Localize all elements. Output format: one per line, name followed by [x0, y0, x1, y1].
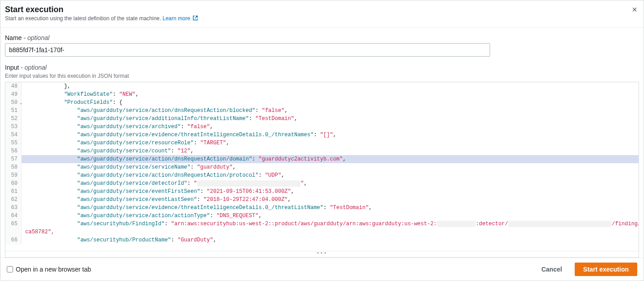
gutter-line-number: 60	[5, 179, 22, 187]
gutter-line-number: 56	[5, 147, 22, 155]
learn-more-link[interactable]: Learn more	[162, 15, 198, 22]
code-line[interactable]: 60 "aws/guardduty/service/detectorId": "…	[5, 179, 639, 187]
code-line[interactable]: 63 "aws/guardduty/service/evidence/threa…	[5, 204, 639, 212]
code-line[interactable]: 54 "aws/guardduty/service/evidence/threa…	[5, 131, 639, 139]
code-content[interactable]: "aws/guardduty/service/evidence/threatIn…	[22, 131, 639, 139]
code-content[interactable]: "WorkflowState": "NEW",	[22, 90, 639, 98]
input-label: Input - optional	[5, 64, 639, 71]
code-scroll-area[interactable]: 48 },49 "WorkflowState": "NEW",50▾ "Prod…	[5, 82, 639, 251]
code-line[interactable]: 48 },	[5, 82, 639, 90]
external-link-icon	[193, 15, 198, 22]
code-content[interactable]: "aws/securityhub/FindingId": "arn:aws:se…	[22, 220, 639, 228]
json-code-editor[interactable]: 48 },49 "WorkflowState": "NEW",50▾ "Prod…	[5, 82, 639, 258]
gutter-line-number: 59	[5, 171, 22, 179]
code-line[interactable]: 65 "aws/securityhub/FindingId": "arn:aws…	[5, 220, 639, 228]
start-execution-modal: Start execution Start an execution using…	[0, 0, 644, 281]
close-button[interactable]: ×	[632, 5, 637, 14]
code-line[interactable]: 53 "aws/guardduty/service/archived": "fa…	[5, 123, 639, 131]
code-content[interactable]: "aws/guardduty/service/evidence/threatIn…	[22, 204, 639, 212]
name-label: Name - optional	[5, 34, 639, 41]
cancel-button[interactable]: Cancel	[533, 263, 570, 276]
gutter-line-number: 64	[5, 212, 22, 220]
code-content[interactable]: "aws/guardduty/service/action/dnsRequest…	[22, 171, 639, 179]
gutter-line-number: 65	[5, 220, 22, 228]
gutter-line-number: 52	[5, 115, 22, 123]
code-line[interactable]: 55 "aws/guardduty/service/resourceRole":…	[5, 139, 639, 147]
code-line-wrap[interactable]: ca58782",	[5, 228, 639, 236]
resize-handle[interactable]: •••	[5, 251, 639, 257]
close-icon: ×	[632, 4, 637, 14]
gutter-line-number: 66	[5, 236, 22, 244]
code-line[interactable]: 62 "aws/guardduty/service/eventLastSeen"…	[5, 196, 639, 204]
code-line[interactable]: 66 "aws/securityhub/ProductName": "Guard…	[5, 236, 639, 244]
gutter-line-number: 54	[5, 131, 22, 139]
gutter-line-number: 55	[5, 139, 22, 147]
gutter-line-number: 58	[5, 163, 22, 171]
open-new-tab-checkbox[interactable]	[7, 266, 13, 272]
code-content[interactable]: "aws/guardduty/service/action/dnsRequest…	[22, 107, 639, 115]
open-new-tab-label: Open in a new browser tab	[16, 266, 91, 273]
code-line[interactable]: 59 "aws/guardduty/service/action/dnsRequ…	[5, 171, 639, 179]
gutter-line-number: 63	[5, 204, 22, 212]
start-execution-button[interactable]: Start execution	[575, 263, 637, 276]
code-line[interactable]: 61 "aws/guardduty/service/eventFirstSeen…	[5, 187, 639, 196]
gutter-line-number: 50▾	[5, 98, 22, 107]
code-content[interactable]: "aws/guardduty/service/action/dnsRequest…	[22, 155, 639, 163]
code-content[interactable]: "aws/guardduty/service/eventLastSeen": "…	[22, 196, 639, 204]
code-line[interactable]: 58 "aws/guardduty/service/serviceName": …	[5, 163, 639, 171]
code-line[interactable]: 56 "aws/guardduty/service/count": "12",	[5, 147, 639, 155]
gutter-line-number: 51	[5, 107, 22, 115]
code-content[interactable]: "aws/securityhub/ProductName": "GuardDut…	[22, 236, 639, 244]
code-content[interactable]: "aws/guardduty/service/resourceRole": "T…	[22, 139, 639, 147]
gutter-line-number: 48	[5, 82, 22, 90]
gutter-line-number: 53	[5, 123, 22, 131]
modal-header: Start execution Start an execution using…	[0, 0, 644, 28]
code-content[interactable]: "ProductFields": {	[22, 98, 639, 107]
name-input[interactable]	[5, 43, 490, 57]
code-content[interactable]: "aws/guardduty/service/archived": "false…	[22, 123, 639, 131]
gutter-line-number: 62	[5, 196, 22, 204]
input-hint: Enter input values for this execution in…	[5, 73, 639, 79]
code-content[interactable]: "aws/guardduty/service/action/actionType…	[22, 212, 639, 220]
code-line[interactable]: 64 "aws/guardduty/service/action/actionT…	[5, 212, 639, 220]
name-field-block: Name - optional	[5, 34, 639, 57]
open-new-tab-wrapper[interactable]: Open in a new browser tab	[7, 266, 91, 273]
code-line[interactable]: 51 "aws/guardduty/service/action/dnsRequ…	[5, 107, 639, 115]
gutter-line-number: 57	[5, 155, 22, 163]
gutter-line-number: 61	[5, 187, 22, 196]
code-line[interactable]: 50▾ "ProductFields": {	[5, 98, 639, 107]
code-content[interactable]: "aws/guardduty/service/serviceName": "gu…	[22, 163, 639, 171]
modal-title: Start execution	[5, 5, 635, 14]
code-content[interactable]: "aws/guardduty/service/detectorId": "___…	[22, 179, 639, 187]
code-content[interactable]: },	[22, 82, 639, 90]
modal-footer: Open in a new browser tab Cancel Start e…	[0, 258, 644, 281]
code-line[interactable]: 52 "aws/guardduty/service/additionalInfo…	[5, 115, 639, 123]
modal-subtitle: Start an execution using the latest defi…	[5, 15, 635, 22]
code-content[interactable]: "aws/guardduty/service/additionalInfo/th…	[22, 115, 639, 123]
gutter-line-number: 49	[5, 90, 22, 98]
code-line[interactable]: 57 "aws/guardduty/service/action/dnsRequ…	[5, 155, 639, 163]
code-content[interactable]: "aws/guardduty/service/eventFirstSeen": …	[22, 187, 639, 196]
code-line[interactable]: 49 "WorkflowState": "NEW",	[5, 90, 639, 98]
modal-body: Name - optional Input - optional Enter i…	[0, 28, 644, 258]
subtitle-text: Start an execution using the latest defi…	[5, 15, 161, 22]
code-content[interactable]: "aws/guardduty/service/count": "12",	[22, 147, 639, 155]
